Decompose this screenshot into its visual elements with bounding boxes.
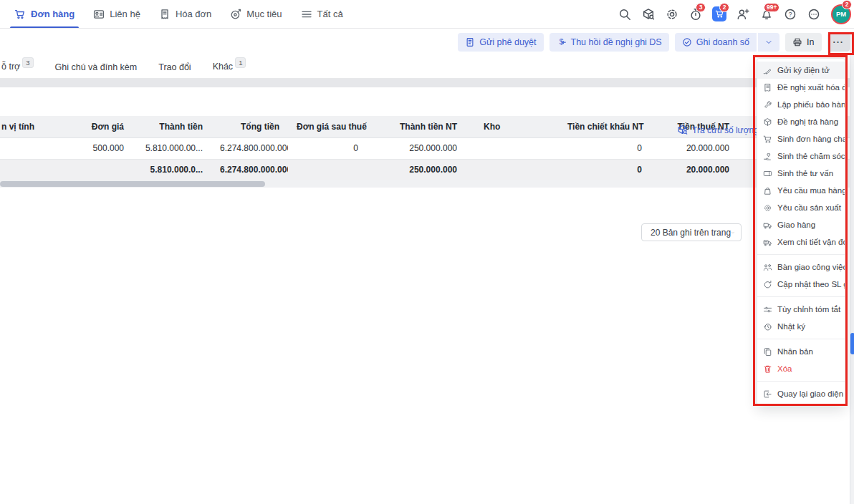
module-nav: Đơn hàng Liên hệ Hóa đơn Mục tiêu Tất cả [0,0,343,28]
cart-icon [14,9,26,20]
global-actions: 3 2 99+ ? 2 [618,6,854,23]
menu-icon [301,9,312,20]
col-price-after-tax[interactable]: Đơn giá sau thuế [288,116,367,137]
tab-discussion[interactable]: Trao đổi [158,62,191,72]
help-icon[interactable]: ? [783,7,797,21]
send-approval-button[interactable]: Gửi phê duyệt [458,33,543,52]
menu-item-esign[interactable]: Gửi ký điện tử [757,62,845,79]
menu-divider [757,381,845,382]
table-row[interactable]: 500.000 5.810.000.00... 6.274.800.000.00… [0,137,854,159]
record-action-toolbar: Gửi phê duyệt $ Thu hồi đề nghị ghi DS G… [0,29,854,56]
col-warehouse[interactable]: Kho [466,116,559,137]
people-icon [763,263,772,272]
menu-item-shipment-detail[interactable]: Xem chi tiết vận đơn [757,233,845,251]
col-discount-nt[interactable]: Tiền chiết khấu NT [559,116,651,137]
print-button[interactable]: In [785,33,821,52]
vertical-scrollbar [850,32,854,504]
menu-item-duplicate[interactable]: Nhân bản [757,343,845,360]
line-items-card: Tra cứu số lượng t n vị tính Đơn giá Thà… [0,116,854,188]
chevron-down-icon [731,228,735,237]
menu-item-log[interactable]: Nhật ký [757,318,845,335]
tab-badge: 3 [22,57,33,68]
stock-lookup-link[interactable]: Tra cứu số lượng t [677,125,764,135]
menu-item-request-invoice[interactable]: Đề nghị xuất hóa đơn [757,79,845,96]
menu-divider [757,254,845,255]
menu-item-parent-order[interactable]: Sinh đơn hàng cha [757,130,845,147]
invoice-icon [763,83,772,92]
signature-icon [763,66,772,75]
col-amount-nt[interactable]: Thành tiền NT [367,116,466,137]
menu-item-back-to-old-ui[interactable]: Quay lại giao diện cũ [757,385,845,402]
production-gear-icon [763,203,772,213]
menu-item-customize-summary[interactable]: Tùy chỉnh tóm tắt [757,301,845,318]
top-nav-bar: Đơn hàng Liên hệ Hóa đơn Mục tiêu Tất cả [0,0,854,29]
nav-item-targets[interactable]: Mục tiêu [230,0,282,28]
detail-tabstrip: ỗ trợ 3 Ghi chú và đính kèm Trao đổi Khá… [0,56,854,79]
menu-divider [757,339,845,339]
history-icon [763,322,772,331]
menu-divider [757,296,845,297]
vertical-scrollbar-thumb[interactable] [850,333,854,354]
nav-item-contacts[interactable]: Liên hệ [93,0,140,28]
user-avatar[interactable]: 2 PM [833,6,850,23]
menu-item-purchase-request[interactable]: Yêu cầu mua hàng [757,182,845,199]
more-actions-button[interactable]: ··· [827,33,850,52]
svg-text:?: ? [788,11,792,18]
trash-icon [763,364,772,374]
nav-item-orders[interactable]: Đơn hàng [14,0,75,28]
invoice-icon [159,9,171,20]
menu-item-delete[interactable]: Xóa [757,360,845,377]
nav-item-label: Hóa đơn [176,9,211,19]
menu-item-update-by-delivered-qty[interactable]: Cập nhật theo SL giao [757,276,845,293]
menu-item-production-request[interactable]: Yêu cầu sản xuất [757,199,845,216]
product-lookup-icon[interactable] [641,7,656,21]
col-unit-price[interactable]: Đơn giá [50,116,133,137]
settings-gear-icon[interactable] [665,7,679,21]
ellipsis-icon: ··· [833,37,845,47]
back-to-old-icon [763,389,772,399]
search-icon[interactable] [618,7,632,21]
timer-icon[interactable]: 3 [689,7,703,21]
return-box-icon [763,117,772,127]
record-sales-dropdown[interactable] [758,33,779,52]
notifications-badge: 99+ [764,3,779,12]
nav-item-label: Đơn hàng [31,9,75,19]
horizontal-scrollbar-thumb[interactable] [0,181,265,187]
sliders-icon [763,305,772,314]
record-sales-split-button: Ghi doanh số [675,33,779,52]
truck-icon [763,220,772,230]
more-options-icon[interactable] [807,7,821,21]
menu-item-care-card[interactable]: Sinh thẻ chăm sóc [757,147,845,165]
menu-item-consult-card[interactable]: Sinh thẻ tư vấn [757,165,845,182]
tab-other[interactable]: Khác 1 [213,62,246,72]
nav-item-all[interactable]: Tất cả [301,0,343,28]
tab-support[interactable]: ỗ trợ 3 [1,62,34,72]
avatar-badge: 2 [842,0,852,9]
menu-item-warranty-slip[interactable]: Lập phiếu bảo hành [757,96,845,113]
contact-card-icon [93,9,105,20]
nav-item-label: Mục tiêu [246,9,282,19]
nav-item-label: Tất cả [317,9,343,19]
target-icon [230,9,241,20]
sales-app-badge: 2 [719,3,729,12]
check-circle-icon [682,37,692,47]
col-unit[interactable]: n vị tính [0,116,50,137]
page-size-select[interactable]: 20 Bản ghi trên trang [641,223,742,241]
page: Đơn hàng Liên hệ Hóa đơn Mục tiêu Tất cả [0,0,854,504]
sales-app-icon[interactable]: 2 [712,7,726,21]
menu-item-delivery[interactable]: Giao hàng [757,216,845,233]
col-total[interactable]: Tổng tiền [211,116,288,137]
record-sales-button[interactable]: Ghi doanh số [675,33,757,52]
timer-badge: 3 [696,3,706,12]
tab-notes-attachments[interactable]: Ghi chú và đính kèm [55,62,138,72]
stock-lookup-icon [677,125,688,135]
menu-item-handover-work[interactable]: Bàn giao công việc [757,258,845,276]
notifications-bell-icon[interactable]: 99+ [759,7,774,21]
money-return-icon: $ [557,37,567,47]
col-amount[interactable]: Thành tiền [133,116,211,137]
add-user-icon[interactable] [736,7,750,21]
menu-item-return-request[interactable]: Đề nghị trả hàng [757,113,845,130]
care-hand-icon [763,152,772,161]
nav-item-invoices[interactable]: Hóa đơn [159,0,211,28]
recall-sales-request-button[interactable]: $ Thu hồi đề nghị ghi DS [550,33,669,52]
